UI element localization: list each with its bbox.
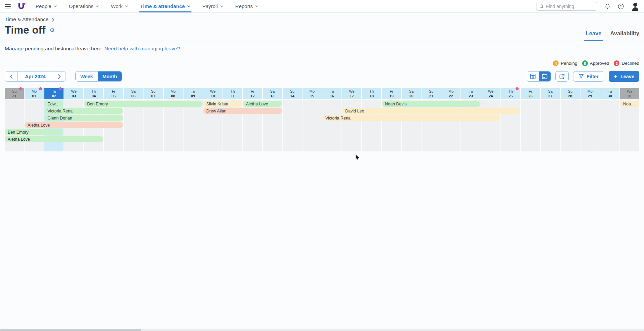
leave-bar-approved[interactable]: Ben Emory [84, 101, 202, 107]
nav-item-payroll[interactable]: Payroll [202, 0, 223, 12]
leave-bar-approved[interactable]: Victoria Rena [44, 108, 123, 114]
breadcrumb[interactable]: Time & Attendance [5, 16, 54, 22]
leave-bar-approved[interactable]: Edw… [44, 101, 64, 107]
day-header-mo-08[interactable]: Mo08 [164, 88, 183, 99]
day-header-mo-15[interactable]: Mo15 [303, 88, 322, 99]
leave-bar-pending[interactable]: Noa… [620, 101, 639, 107]
view-toggle-month[interactable]: Month [98, 72, 122, 81]
day-header-su-31[interactable]: Su31 [5, 88, 24, 99]
user-avatar[interactable] [631, 2, 639, 11]
horizontal-scrollbar[interactable] [0, 329, 644, 331]
tab-leave[interactable]: Leave [586, 30, 602, 41]
chevron-down-icon [187, 5, 190, 7]
day-header-th-11[interactable]: Th11 [223, 88, 242, 99]
day-header-mo-22[interactable]: Mo22 [441, 88, 460, 99]
day-number: 15 [310, 94, 314, 99]
page-title-row: Time off ⚙ [5, 24, 55, 36]
table-view-icon [530, 74, 536, 79]
day-of-week: Mo [310, 89, 315, 94]
day-header-su-07[interactable]: Su07 [144, 88, 163, 99]
leave-bar-approved[interactable]: Noah Davis [382, 101, 480, 107]
day-header-we-24[interactable]: We24 [481, 88, 500, 99]
day-header-tu-16[interactable]: Tu16 [322, 88, 341, 99]
day-header-sa-06[interactable]: Sa06 [124, 88, 143, 99]
legend-item-declined: 2Declined [614, 60, 639, 66]
leave-bar-pending[interactable]: Silvia Krista [203, 101, 242, 107]
day-of-week: We [488, 89, 493, 94]
day-header-th-25[interactable]: Th25 [501, 88, 520, 99]
day-of-week: We [349, 89, 354, 94]
day-header-su-14[interactable]: Su14 [283, 88, 302, 99]
hamburger-menu-button[interactable] [0, 0, 15, 12]
export-button[interactable] [555, 71, 569, 82]
day-number: 12 [250, 94, 254, 99]
nav-label: Payroll [202, 3, 218, 9]
leave-bar-declined[interactable]: Aletha Love [25, 122, 123, 128]
day-header-fr-05[interactable]: Fr05 [104, 88, 123, 99]
tab-availability[interactable]: Availability [610, 30, 639, 41]
nav-item-work[interactable]: Work [111, 0, 128, 12]
day-header-th-18[interactable]: Th18 [362, 88, 381, 99]
chevron-down-icon [255, 5, 258, 7]
leave-bar-approved[interactable]: Aletha Love [243, 101, 282, 107]
day-header-fr-19[interactable]: Fr19 [382, 88, 401, 99]
leave-bar-approved[interactable]: Ben Emory [5, 129, 64, 135]
notifications-button[interactable] [605, 3, 610, 9]
nav-item-time-attendance[interactable]: Time & attendance [140, 0, 190, 12]
day-of-week: Mo [170, 89, 175, 94]
breadcrumb-label: Time & Attendance [5, 16, 48, 22]
day-header-we-01[interactable]: We01 [620, 88, 639, 99]
day-header-sa-20[interactable]: Sa20 [402, 88, 421, 99]
holiday-dot [59, 87, 62, 90]
calendar-controls: Apr 2024 WeekMonth [5, 71, 639, 82]
day-number: 09 [191, 94, 195, 99]
settings-gear-icon[interactable]: ⚙ [50, 28, 55, 33]
scrollbar-thumb[interactable] [0, 329, 141, 331]
day-number: 05 [112, 94, 116, 99]
leave-bar-approved[interactable]: Aletha Love [5, 136, 103, 142]
period-pager: Apr 2024 [5, 71, 66, 82]
nav-label: People [36, 3, 51, 9]
add-leave-button[interactable]: + Leave [609, 71, 639, 82]
day-header-tu-30[interactable]: Tu30 [600, 88, 619, 99]
day-header-mo-29[interactable]: Mo29 [580, 88, 600, 99]
app-logo[interactable] [15, 0, 30, 12]
day-number: 13 [270, 94, 274, 99]
day-header-tu-23[interactable]: Tu23 [461, 88, 480, 99]
nav-item-operations[interactable]: Operations [69, 0, 99, 12]
table-view-button[interactable] [527, 72, 539, 81]
view-toggle-week[interactable]: Week [76, 72, 98, 81]
day-header-su-21[interactable]: Su21 [421, 88, 441, 99]
day-header-tu-09[interactable]: Tu09 [184, 88, 203, 99]
day-number: 24 [489, 94, 493, 99]
day-header-we-10[interactable]: We10 [203, 88, 223, 99]
search-input[interactable] [546, 4, 594, 9]
nav-item-reports[interactable]: Reports [235, 0, 258, 12]
search-icon [539, 4, 544, 9]
next-period-button[interactable] [53, 72, 66, 81]
day-number: 07 [151, 94, 155, 99]
day-header-mo-01[interactable]: Mo01 [25, 88, 44, 99]
day-header-we-17[interactable]: We17 [342, 88, 361, 99]
day-header-fr-12[interactable]: Fr12 [243, 88, 262, 99]
global-search[interactable] [536, 2, 597, 11]
help-link[interactable]: Need help with managing leave? [104, 46, 180, 51]
calendar-view-button[interactable] [539, 72, 551, 81]
day-header-tu-02[interactable]: Tu02 [44, 88, 64, 99]
day-header-we-03[interactable]: We03 [64, 88, 83, 99]
help-button[interactable]: ? [618, 3, 624, 9]
day-number: 08 [171, 94, 175, 99]
day-header-th-04[interactable]: Th04 [84, 88, 103, 99]
leave-bar-declined[interactable]: Drew Allan [203, 108, 282, 114]
leave-bar-approved[interactable]: Glenn Dorian [44, 115, 123, 121]
period-label[interactable]: Apr 2024 [17, 72, 53, 81]
day-header-sa-27[interactable]: Sa27 [541, 88, 560, 99]
day-header-sa-13[interactable]: Sa13 [263, 88, 282, 99]
previous-period-button[interactable] [5, 72, 17, 81]
day-header-fr-26[interactable]: Fr26 [521, 88, 540, 99]
filter-button[interactable]: Filter [573, 71, 604, 82]
nav-item-people[interactable]: People [36, 0, 57, 12]
leave-bar-pending[interactable]: Victoria Rena [322, 115, 500, 121]
leave-bar-pending[interactable]: David Leo [342, 108, 520, 114]
day-header-su-28[interactable]: Su28 [561, 88, 580, 99]
